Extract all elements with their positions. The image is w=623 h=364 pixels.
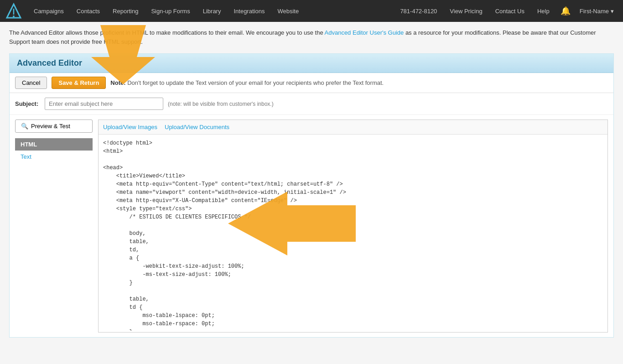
nav-contacts[interactable]: Contacts <box>70 0 106 22</box>
tab-text-link[interactable]: Text <box>21 153 31 160</box>
tab-text[interactable]: Text <box>15 151 93 163</box>
top-nav: Campaigns Contacts Reporting Sign-up For… <box>0 0 623 22</box>
cancel-button[interactable]: Cancel <box>15 77 47 89</box>
user-name: First-Name <box>580 8 609 15</box>
info-text-before: The Advanced Editor allows those profici… <box>9 29 325 36</box>
bell-icon[interactable]: 🔔 <box>556 6 575 16</box>
svg-point-2 <box>13 16 15 17</box>
left-sidebar: 🔍 Preview & Test HTML Text <box>15 120 93 163</box>
nav-help[interactable]: Help <box>531 0 556 22</box>
main-content: The Advanced Editor allows those profici… <box>0 22 623 364</box>
subject-hint: (note: will be visible from customer's i… <box>168 101 274 107</box>
logo-icon[interactable] <box>5 2 23 20</box>
editor-body: 🔍 Preview & Test HTML Text Upload/View I… <box>10 115 613 337</box>
nav-phone: 781-472-8120 <box>394 8 443 15</box>
nav-website[interactable]: Website <box>271 0 305 22</box>
user-menu[interactable]: First-Name ▾ <box>575 8 618 15</box>
subject-label: Subject: <box>15 100 40 107</box>
nav-campaigns[interactable]: Campaigns <box>27 0 70 22</box>
info-bar: The Advanced Editor allows those profici… <box>9 28 614 46</box>
nav-contact-us[interactable]: Contact Us <box>489 0 531 22</box>
subject-row: Subject: (note: will be visible from cus… <box>10 93 613 115</box>
code-editor-links: Upload/View Images Upload/View Documents <box>99 120 607 135</box>
advanced-editor-guide-link[interactable]: Advanced Editor User's Guide <box>325 29 404 36</box>
save-return-button[interactable]: Save & Return <box>52 77 106 89</box>
upload-view-docs-link[interactable]: Upload/View Documents <box>165 124 229 130</box>
nav-signup-forms[interactable]: Sign-up Forms <box>145 0 196 22</box>
search-icon: 🔍 <box>21 123 28 130</box>
preview-test-button[interactable]: 🔍 Preview & Test <box>15 120 93 133</box>
subject-input[interactable] <box>45 98 163 110</box>
note-text: Note: Don't forget to update the Text ve… <box>110 79 384 86</box>
editor-panel-header: Advanced Editor <box>10 54 613 73</box>
chevron-down-icon: ▾ <box>611 8 614 15</box>
upload-view-images-link[interactable]: Upload/View Images <box>103 124 157 130</box>
tab-html[interactable]: HTML <box>15 138 93 151</box>
nav-view-pricing[interactable]: View Pricing <box>443 0 488 22</box>
nav-library[interactable]: Library <box>197 0 228 22</box>
note-label: Note: <box>110 79 125 86</box>
note-body: Don't forget to update the Text version … <box>126 79 384 86</box>
code-editor-wrapper: Upload/View Images Upload/View Documents… <box>98 120 608 333</box>
nav-integrations[interactable]: Integrations <box>227 0 271 22</box>
preview-label: Preview & Test <box>31 123 70 130</box>
nav-reporting[interactable]: Reporting <box>106 0 145 22</box>
editor-toolbar: Cancel Save & Return Note: Don't forget … <box>10 73 613 93</box>
editor-panel: Advanced Editor Cancel Save & Return Not… <box>9 53 614 338</box>
code-textarea[interactable]: <!doctype html> <html> <head> <title>Vie… <box>99 135 607 331</box>
editor-title: Advanced Editor <box>17 58 606 68</box>
